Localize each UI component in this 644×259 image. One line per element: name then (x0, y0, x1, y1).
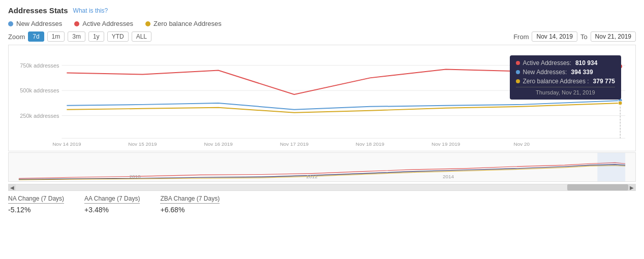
minimap-chart[interactable]: 2010 2012 2014 (8, 152, 636, 182)
tooltip-zero-label: Zero balance Addreses : (523, 78, 589, 85)
scrollbar[interactable]: ◀ ▶ (8, 184, 636, 191)
svg-point-10 (618, 101, 622, 105)
svg-text:2014: 2014 (443, 174, 454, 179)
tooltip-new-dot (516, 70, 520, 74)
stat-aa-value: +3.48% (84, 206, 140, 214)
stat-na-label: NA Change (7 Days) (8, 195, 64, 204)
legend-item-new: New Addresses (8, 20, 62, 27)
svg-text:2010: 2010 (130, 174, 141, 179)
chart-tooltip: Active Addresses: 810 934 New Addresses:… (510, 55, 621, 100)
svg-text:Nov 20: Nov 20 (514, 141, 530, 147)
svg-text:Nov 17 2019: Nov 17 2019 (280, 141, 309, 147)
svg-text:Nov 18 2019: Nov 18 2019 (356, 141, 385, 147)
scroll-thumb[interactable] (567, 184, 628, 190)
stat-aa-label: AA Change (7 Days) (84, 195, 140, 204)
page-title: Addresses Stats (8, 6, 68, 15)
tooltip-active-label: Active Addresses: (523, 59, 571, 67)
legend-label-zero: Zero balance Addreses (154, 20, 222, 27)
stat-zba-value: +6.68% (160, 206, 220, 214)
from-date[interactable]: Nov 14, 2019 (532, 31, 577, 42)
main-container: Addresses Stats What is this? New Addres… (0, 0, 644, 220)
svg-text:Nov 15 2019: Nov 15 2019 (128, 141, 157, 147)
scroll-track[interactable] (16, 184, 628, 190)
zoom-all-button[interactable]: ALL (132, 31, 151, 42)
svg-text:Nov 19 2019: Nov 19 2019 (432, 141, 461, 147)
minimap-svg: 2010 2012 2014 (9, 153, 635, 181)
controls-row: Zoom 7d 1m 3m 1y YTD ALL From Nov 14, 20… (8, 31, 636, 42)
zoom-3m-button[interactable]: 3m (68, 31, 85, 42)
stats-row: NA Change (7 Days) -5.12% AA Change (7 D… (8, 195, 636, 214)
to-label: To (580, 33, 588, 41)
tooltip-active-dot (516, 61, 520, 65)
legend-label-new: New Addresses (16, 20, 62, 27)
stat-na-change: NA Change (7 Days) -5.12% (8, 195, 64, 214)
zoom-1m-button[interactable]: 1m (47, 31, 65, 42)
svg-text:250k addresses: 250k addresses (20, 113, 59, 119)
new-addresses-dot (8, 21, 13, 26)
zoom-controls: Zoom 7d 1m 3m 1y YTD ALL (8, 31, 151, 42)
what-is-this-link[interactable]: What is this? (73, 7, 108, 14)
legend-item-zero: Zero balance Addreses (145, 20, 222, 27)
tooltip-zero-dot (516, 79, 520, 83)
active-addresses-dot (74, 21, 79, 26)
zoom-ytd-button[interactable]: YTD (107, 31, 129, 42)
tooltip-date: Thursday, Nov 21, 2019 (516, 87, 615, 95)
legend-label-active: Active Addresses (82, 20, 133, 27)
main-chart[interactable]: 750k addresses 500k addresses 250k addre… (8, 45, 636, 151)
legend-row: New Addresses Active Addresses Zero bala… (8, 20, 636, 27)
scroll-right-button[interactable]: ▶ (628, 184, 635, 191)
date-range: From Nov 14, 2019 To Nov 21, 2019 (513, 31, 636, 42)
stat-aa-change: AA Change (7 Days) +3.48% (84, 195, 140, 214)
svg-rect-22 (597, 153, 625, 181)
tooltip-new-label: New Addresses: (523, 69, 567, 76)
tooltip-active-value: 810 934 (575, 59, 597, 67)
tooltip-zero-value: 379 775 (593, 78, 615, 85)
from-label: From (513, 33, 529, 41)
stat-na-value: -5.12% (8, 206, 64, 214)
svg-text:500k addresses: 500k addresses (20, 87, 59, 93)
zoom-7d-button[interactable]: 7d (28, 31, 44, 42)
tooltip-new-value: 394 339 (571, 69, 593, 76)
tooltip-zero-row: Zero balance Addreses : 379 775 (516, 78, 615, 85)
scroll-left-button[interactable]: ◀ (9, 184, 16, 191)
svg-text:750k addresses: 750k addresses (20, 62, 59, 69)
stat-zba-change: ZBA Change (7 Days) +6.68% (160, 195, 220, 214)
zoom-1y-button[interactable]: 1y (88, 31, 104, 42)
tooltip-new-row: New Addresses: 394 339 (516, 69, 615, 76)
tooltip-active-row: Active Addresses: 810 934 (516, 59, 615, 67)
stat-zba-label: ZBA Change (7 Days) (160, 195, 220, 204)
header-row: Addresses Stats What is this? (8, 6, 636, 15)
svg-text:2012: 2012 (306, 174, 318, 179)
svg-text:Nov 16 2019: Nov 16 2019 (204, 141, 233, 147)
legend-item-active: Active Addresses (74, 20, 133, 27)
zero-balance-dot (145, 21, 150, 26)
to-date[interactable]: Nov 21, 2019 (591, 31, 636, 42)
svg-text:Nov 14 2019: Nov 14 2019 (52, 141, 81, 147)
zoom-label: Zoom (8, 33, 25, 41)
